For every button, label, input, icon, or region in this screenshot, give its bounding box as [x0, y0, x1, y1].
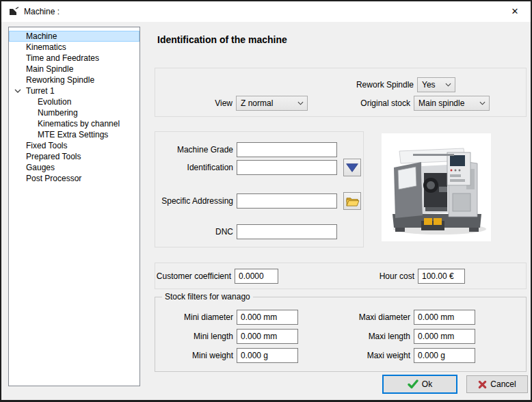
tree-item-machine[interactable]: Machine: [9, 31, 139, 42]
view-select[interactable]: Z normal: [236, 96, 308, 111]
cost-group: Customer coefficient Hour cost: [155, 263, 527, 289]
check-icon: [408, 379, 418, 389]
tree-item-turret-1[interactable]: Turret 1: [9, 85, 139, 96]
tree-item-kinematics[interactable]: Kinematics: [9, 42, 139, 53]
mini-weight-input[interactable]: [237, 348, 298, 363]
dnc-input[interactable]: [237, 224, 337, 239]
maxi-weight-input[interactable]: [414, 348, 475, 363]
open-folder-icon: [345, 196, 360, 207]
machine-grade-label: Machine Grade: [155, 145, 237, 155]
close-icon[interactable]: ✕: [499, 1, 531, 22]
tree-item-prepared-tools[interactable]: Prepared Tools: [9, 151, 139, 162]
identification-label: Identification: [155, 163, 237, 172]
identification-picker-button[interactable]: [343, 159, 361, 176]
rework-spindle-label: Rework Spindle: [155, 80, 417, 90]
triangle-down-icon: [345, 163, 359, 173]
tree-item-reworking-spindle[interactable]: Reworking Spindle: [9, 75, 139, 85]
machine-grade-input[interactable]: [237, 142, 337, 157]
title-bar: Machine : ✕: [1, 1, 531, 22]
tree-item-fixed-tools[interactable]: Fixed Tools: [9, 140, 139, 151]
mini-length-label: Mini length: [155, 332, 237, 341]
settings-tree: Machine Kinematics Time and Feedrates Ma…: [8, 27, 140, 386]
machine-dialog: Machine : ✕ Machine Kinematics Time and …: [0, 0, 532, 402]
chevron-down-icon: [445, 83, 451, 87]
x-icon: [478, 380, 487, 389]
maxi-diameter-label: Maxi diameter: [298, 312, 414, 322]
tree-item-time-and-feedrates[interactable]: Time and Feedrates: [9, 53, 139, 64]
window-title: Machine :: [24, 1, 59, 22]
chevron-down-icon[interactable]: [14, 89, 21, 93]
view-options-group: Rework Spindle Yes View Z normal Origina…: [155, 68, 527, 117]
cancel-button[interactable]: Cancel: [466, 375, 528, 393]
hour-cost-input[interactable]: [418, 269, 465, 284]
identification-group: Machine Grade Identification Specific Ad…: [155, 131, 364, 247]
hour-cost-label: Hour cost: [278, 271, 418, 281]
customer-coefficient-label: Customer coefficient: [155, 271, 235, 281]
maxi-diameter-input[interactable]: [414, 310, 475, 325]
rework-spindle-select[interactable]: Yes: [417, 77, 455, 92]
maxi-length-input[interactable]: [414, 329, 475, 344]
mini-diameter-input[interactable]: [237, 310, 298, 325]
chevron-down-icon: [297, 101, 304, 105]
tree-item-post-processor[interactable]: Post Processor: [9, 173, 139, 184]
tree-item-main-spindle[interactable]: Main Spindle: [9, 64, 139, 75]
machine-app-icon: [8, 6, 19, 17]
identification-input[interactable]: [237, 160, 337, 175]
browse-folder-button[interactable]: [343, 192, 361, 210]
chevron-down-icon: [479, 101, 486, 105]
tree-item-numbering[interactable]: Numbering: [9, 107, 139, 118]
stock-filters-title: Stock filters for wanago: [162, 292, 253, 302]
tree-item-gauges[interactable]: Gauges: [9, 162, 139, 173]
original-stock-label: Original stock: [308, 98, 414, 108]
tree-item-mte-extra-settings[interactable]: MTE Extra Settings: [9, 129, 139, 140]
view-label: View: [155, 98, 236, 108]
tree-item-kinematics-by-channel[interactable]: Kinematics by channel: [9, 118, 139, 129]
customer-coefficient-input[interactable]: [235, 269, 278, 284]
mini-weight-label: Mini weight: [155, 351, 237, 360]
mini-diameter-label: Mini diameter: [155, 312, 237, 322]
mini-length-input[interactable]: [237, 329, 298, 344]
ok-button[interactable]: Ok: [382, 375, 457, 394]
cnc-lathe-image: [382, 133, 491, 241]
specific-addressing-input[interactable]: [237, 193, 337, 209]
page-title: Identification of the machine: [157, 34, 287, 45]
dnc-label: DNC: [155, 227, 237, 237]
specific-addressing-label: Specific Addressing: [155, 196, 237, 206]
machine-photo: [382, 133, 491, 241]
original-stock-select[interactable]: Main spindle: [414, 96, 490, 111]
maxi-length-label: Maxi length: [298, 332, 414, 341]
tree-item-evolution[interactable]: Evolution: [9, 96, 139, 107]
maxi-weight-label: Maxi weight: [298, 351, 414, 360]
stock-filters-group: Stock filters for wanago Mini diameter M…: [155, 297, 527, 372]
